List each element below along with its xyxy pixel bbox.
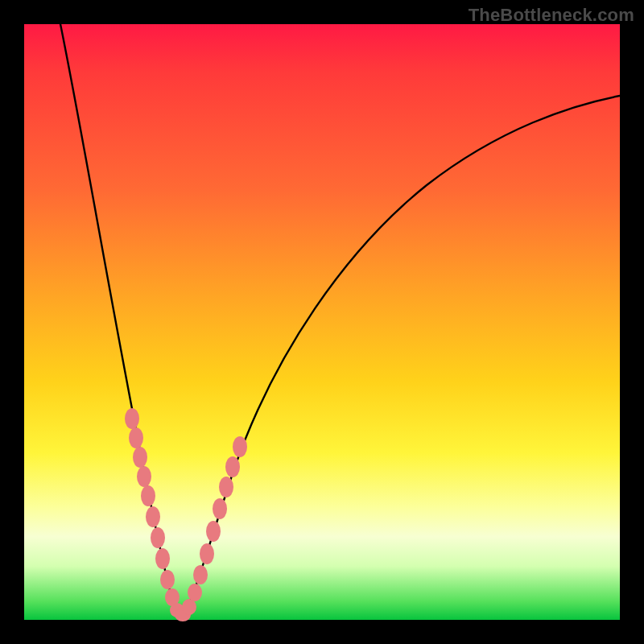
- marker-dot: [193, 565, 208, 584]
- marker-dot: [206, 521, 221, 542]
- marker-dot: [200, 543, 214, 564]
- marker-dot: [233, 436, 247, 457]
- marker-dot: [151, 527, 165, 548]
- bottleneck-curve: [59, 16, 624, 616]
- marker-dot: [129, 427, 143, 448]
- marker-dot: [219, 477, 233, 497]
- watermark-text: TheBottleneck.com: [469, 5, 634, 26]
- marker-dot: [137, 466, 151, 487]
- marker-dot: [182, 599, 196, 615]
- marker-dot: [133, 447, 147, 468]
- plot-area: [24, 24, 620, 620]
- marker-group: [125, 408, 247, 621]
- marker-dot: [213, 498, 227, 519]
- marker-dot: [225, 456, 240, 477]
- chart-svg: [24, 24, 620, 620]
- marker-dot: [160, 570, 175, 589]
- marker-dot: [125, 408, 139, 429]
- marker-dot: [141, 485, 155, 506]
- marker-dot: [188, 584, 202, 601]
- marker-dot: [146, 506, 160, 527]
- marker-dot: [155, 548, 170, 569]
- outer-frame: TheBottleneck.com: [0, 0, 644, 644]
